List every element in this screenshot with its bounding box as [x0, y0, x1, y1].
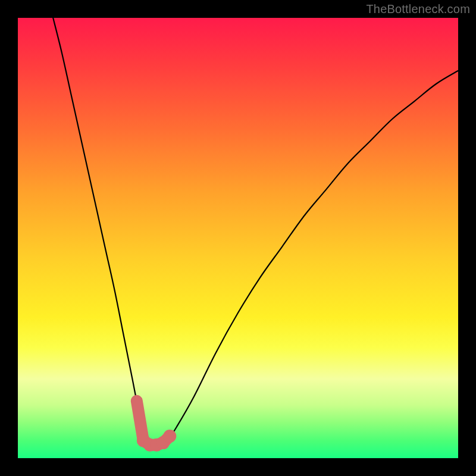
optimal-marker — [163, 430, 176, 443]
watermark-text: TheBottleneck.com — [366, 2, 470, 16]
optimal-marker — [131, 396, 142, 406]
chart-plot-area — [18, 18, 458, 458]
chart-frame: TheBottleneck.com — [0, 0, 476, 476]
bottleneck-curve — [53, 18, 458, 445]
optimal-band-markers — [131, 396, 176, 452]
chart-svg — [18, 18, 458, 458]
